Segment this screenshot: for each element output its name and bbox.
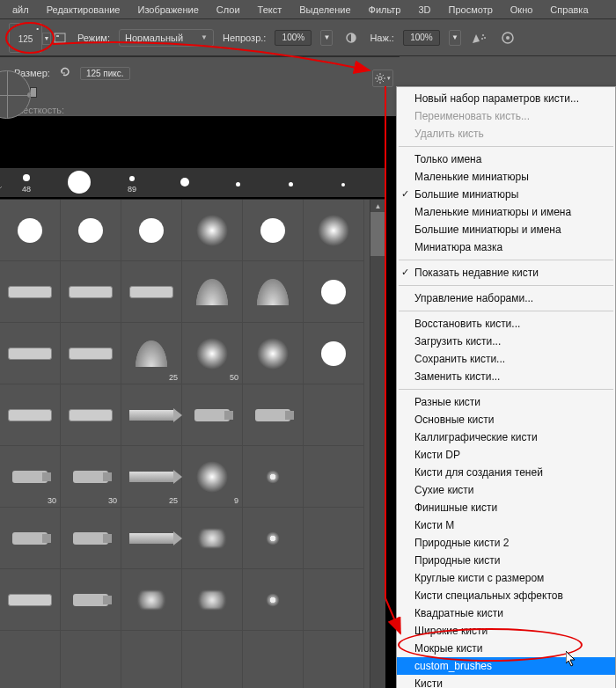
brush-thumbnail[interactable]	[304, 200, 364, 261]
scroll-up-icon[interactable]: ▲	[370, 200, 385, 212]
menu-layers[interactable]: Слои	[208, 4, 249, 15]
menu-item[interactable]: Кисти	[397, 675, 615, 688]
menu-item[interactable]: Кисти DP	[397, 446, 615, 464]
brush-thumbnail[interactable]	[121, 261, 182, 323]
brush-thumbnail[interactable]	[243, 384, 304, 446]
menu-image[interactable]: Изображение	[128, 4, 207, 15]
opacity-dropdown[interactable]: ▼	[320, 30, 333, 46]
menu-item[interactable]: Мокрые кисти	[397, 640, 615, 657]
brush-thumbnail[interactable]	[121, 384, 182, 446]
flyout-gear-button[interactable]: ▾	[372, 70, 393, 87]
menu-item[interactable]: Природные кисти 2	[397, 534, 615, 552]
menu-item[interactable]: Основные кисти	[397, 411, 615, 428]
menu-item[interactable]: Сохранить кисти...	[397, 350, 615, 368]
menu-item[interactable]: Разные кисти	[397, 393, 615, 411]
tablet-opacity-icon[interactable]	[341, 28, 361, 48]
menu-item[interactable]: Управление наборами...	[397, 289, 615, 307]
brush-thumbnail[interactable]	[243, 569, 304, 631]
menu-item[interactable]: Квадратные кисти	[397, 604, 615, 622]
brush-panel-toggle[interactable]	[51, 31, 69, 45]
scroll-thumb[interactable]	[370, 212, 385, 256]
brush-thumbnail[interactable]	[0, 200, 61, 261]
recent-brush[interactable]	[53, 171, 106, 195]
menu-item[interactable]: Маленькие миниатюры и имена	[397, 203, 615, 221]
menu-item[interactable]: Круглые кисти с размером	[397, 569, 615, 587]
brush-thumbnail[interactable]	[182, 200, 243, 261]
recent-brush[interactable]: 48	[0, 172, 53, 194]
menu-item[interactable]: custom_brushes	[397, 657, 615, 675]
menu-item[interactable]: Большие миниатюры и имена	[397, 221, 615, 238]
menu-text[interactable]: Текст	[249, 4, 291, 15]
brush-thumbnail[interactable]	[0, 384, 61, 446]
brush-thumbnail[interactable]	[243, 200, 304, 261]
brush-thumbnail[interactable]: 30	[61, 446, 121, 508]
brush-thumbnail[interactable]	[243, 261, 304, 323]
menu-filter[interactable]: Фильтр	[360, 4, 410, 15]
menu-item[interactable]: Природные кисти	[397, 552, 615, 569]
menu-item[interactable]: Большие миниатюры	[397, 186, 615, 203]
recent-brush[interactable]: 89	[106, 172, 158, 194]
recent-brush[interactable]	[158, 178, 211, 188]
brush-thumbnail[interactable]	[243, 508, 304, 569]
recent-brush[interactable]	[264, 178, 317, 188]
brush-thumbnail[interactable]	[61, 323, 121, 384]
flow-dropdown[interactable]: ▼	[449, 30, 461, 46]
brush-thumbnail[interactable]: 25	[121, 446, 182, 508]
menu-item[interactable]: Широкие кисти	[397, 622, 615, 640]
menu-item[interactable]: Каллиграфические кисти	[397, 428, 615, 446]
brush-thumbnail[interactable]	[61, 384, 121, 446]
menu-item[interactable]: Заменить кисти...	[397, 368, 615, 385]
recent-brush[interactable]	[317, 178, 370, 188]
brush-thumbnail[interactable]	[182, 384, 243, 446]
brush-thumbnail[interactable]	[304, 323, 364, 384]
brush-thumbnail[interactable]	[121, 200, 182, 261]
brush-thumbnail[interactable]	[61, 200, 121, 261]
menu-3d[interactable]: 3D	[409, 4, 439, 15]
brush-thumbnail[interactable]	[182, 261, 243, 323]
recent-brush[interactable]	[211, 178, 264, 188]
menu-item[interactable]: Только имена	[397, 150, 615, 168]
brush-thumbnail[interactable]	[61, 569, 121, 631]
opacity-input[interactable]: 100%	[275, 30, 312, 46]
scrollbar[interactable]: ▲	[370, 200, 385, 688]
flow-input[interactable]: 100%	[403, 30, 440, 46]
brush-thumbnail[interactable]: 9	[182, 446, 243, 508]
brush-thumbnail[interactable]	[243, 323, 304, 384]
brush-thumbnail[interactable]: 25	[121, 323, 182, 384]
menu-item[interactable]: Новый набор параметров кисти...	[397, 90, 615, 107]
brush-thumbnail[interactable]	[182, 508, 243, 569]
size-value[interactable]: 125 пикс.	[80, 67, 130, 80]
menu-item[interactable]: Маленькие миниатюры	[397, 168, 615, 186]
menu-item[interactable]: Показать недавние кисти	[397, 264, 615, 282]
brush-thumbnail[interactable]	[0, 261, 61, 323]
menu-window[interactable]: Окно	[502, 4, 542, 15]
menu-item[interactable]: Сухие кисти	[397, 481, 615, 499]
menu-file[interactable]: айл	[4, 4, 38, 15]
airbrush-icon[interactable]	[470, 28, 489, 48]
menu-help[interactable]: Справка	[541, 4, 597, 15]
menu-view[interactable]: Просмотр	[440, 4, 502, 15]
brush-thumbnail[interactable]	[304, 261, 364, 323]
brush-thumbnail[interactable]	[243, 446, 304, 508]
brush-thumbnail[interactable]	[182, 569, 243, 631]
brush-thumbnail[interactable]	[61, 261, 121, 323]
menu-item[interactable]: Кисти для создания теней	[397, 464, 615, 481]
menu-item[interactable]: Финишные кисти	[397, 499, 615, 516]
menu-select[interactable]: Выделение	[290, 4, 359, 15]
brush-thumbnail[interactable]	[121, 569, 182, 631]
chevron-down-icon[interactable]: ▼	[42, 33, 51, 45]
menu-edit[interactable]: Редактирование	[38, 4, 129, 15]
tablet-size-icon[interactable]	[498, 28, 517, 48]
menu-item[interactable]: Миниатюра мазка	[397, 238, 615, 256]
brush-preset-picker[interactable]: • 125 ▼	[9, 23, 42, 53]
menu-item[interactable]: Загрузить кисти...	[397, 333, 615, 350]
reset-size-icon[interactable]	[59, 66, 71, 80]
menu-item[interactable]: Кисти M	[397, 516, 615, 534]
brush-thumbnail[interactable]: 30	[0, 446, 61, 508]
brush-thumbnail[interactable]	[0, 508, 61, 569]
menu-item[interactable]: Восстановить кисти...	[397, 315, 615, 333]
mode-select[interactable]: Нормальный ▼	[119, 29, 214, 47]
brush-thumbnail[interactable]	[61, 508, 121, 569]
brush-thumbnail[interactable]	[121, 508, 182, 569]
menu-item[interactable]: Кисти специальных эффектов	[397, 587, 615, 604]
